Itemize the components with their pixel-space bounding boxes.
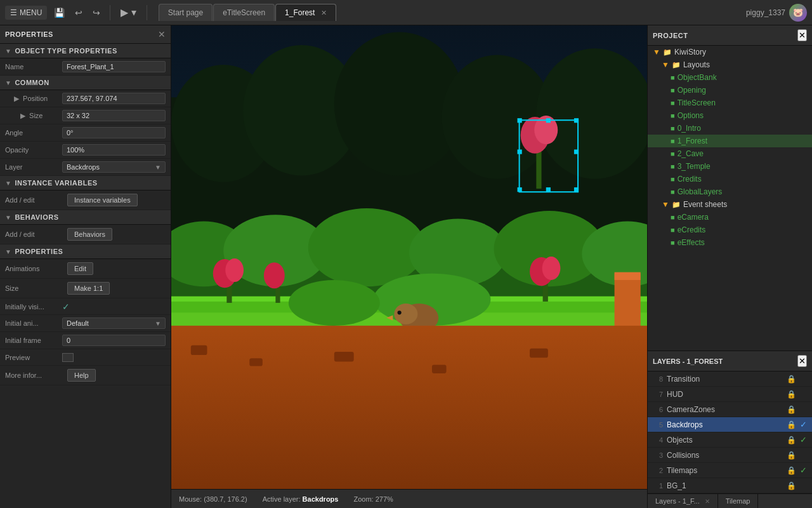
- initial-frame-value[interactable]: 0: [62, 335, 166, 346]
- section-instance-vars[interactable]: ▼ INSTANCE VARIABLES: [0, 176, 171, 190]
- layout-titlescreen[interactable]: ■ TitleScreen: [648, 97, 812, 109]
- svg-point-26: [289, 280, 380, 326]
- layer-visible-check[interactable]: ✓: [800, 450, 807, 460]
- instance-vars-label: INSTANCE VARIABLES: [15, 179, 97, 187]
- initial-ani-dropdown[interactable]: Default ▼: [62, 318, 166, 329]
- tab-etitlescreen[interactable]: eTitleScreen: [213, 4, 275, 21]
- layout-2cave[interactable]: ■ 2_Cave: [648, 147, 812, 160]
- section-common[interactable]: ▼ COMMON: [0, 76, 171, 90]
- layer-name-hud: HUD: [667, 390, 783, 399]
- behaviors-button[interactable]: Behaviors: [67, 228, 112, 241]
- menu-button[interactable]: ☰ MENU: [5, 6, 47, 20]
- bottom-tab-layers-label: Layers - 1_F...: [655, 497, 700, 505]
- opacity-value[interactable]: 100%: [62, 144, 166, 156]
- layout-options[interactable]: ■ Options: [648, 109, 812, 122]
- layer-row-objects[interactable]: 4 Objects 🔒 ✓: [648, 432, 812, 448]
- project-panel-header: PROJECT ✕: [648, 25, 812, 46]
- properties-close-button[interactable]: ✕: [158, 29, 166, 39]
- avatar[interactable]: 🐷: [789, 4, 807, 22]
- project-root[interactable]: ▼ 📁 KiwiStory: [648, 46, 812, 58]
- layer-visible-check[interactable]: ✓: [800, 404, 807, 414]
- layouts-label: Layouts: [683, 60, 710, 69]
- bottom-tab-layers[interactable]: Layers - 1_F... ✕: [648, 494, 718, 508]
- layout-3temple[interactable]: ■ 3_Temple: [648, 160, 812, 173]
- layer-row-transition[interactable]: 8 Transition 🔒 ✓: [648, 371, 812, 387]
- layout-credits[interactable]: ■ Credits: [648, 173, 812, 185]
- eventsheet-file-icon: ■: [671, 213, 675, 221]
- layers-close-button[interactable]: ✕: [797, 355, 807, 367]
- section-object-type[interactable]: ▼ OBJECT TYPE PROPERTIES: [0, 44, 171, 58]
- eventsheets-folder[interactable]: ▼ 📁 Event sheets: [648, 198, 812, 211]
- save-button[interactable]: 💾: [51, 5, 68, 20]
- layer-dropdown[interactable]: Backdrops ▼: [62, 161, 166, 173]
- layout-0intro[interactable]: ■ 0_Intro: [648, 122, 812, 135]
- layout-objectbank[interactable]: ■ ObjectBank: [648, 71, 812, 84]
- layout-globallayers[interactable]: ■ GlobalLayers: [648, 185, 812, 198]
- layer-row-collisions[interactable]: 3 Collisions 🔒 ✓: [648, 448, 812, 463]
- layer-visible-check[interactable]: ✓: [800, 481, 807, 490]
- layout-file-icon: ■: [671, 99, 675, 107]
- tab-close-icon[interactable]: ✕: [321, 9, 327, 17]
- initial-ani-arrow-icon: ▼: [155, 320, 161, 327]
- size-value[interactable]: 32 x 32: [62, 110, 166, 121]
- section-object-type-label: OBJECT TYPE PROPERTIES: [15, 47, 117, 55]
- layout-file-icon: ■: [671, 112, 675, 119]
- layer-visible-check[interactable]: ✓: [800, 465, 807, 475]
- layer-row-hud[interactable]: 7 HUD 🔒 ✓: [648, 387, 812, 402]
- layer-visible-check[interactable]: ✓: [800, 374, 807, 384]
- layer-num: 6: [653, 406, 663, 413]
- layout-file-icon: ■: [671, 137, 675, 145]
- bottom-tab-close-icon[interactable]: ✕: [705, 498, 710, 505]
- redo-button[interactable]: ↪: [89, 5, 103, 20]
- project-section: PROJECT ✕ ▼ 📁 KiwiStory ▼ 📁 Layouts ■ Ob…: [648, 25, 812, 351]
- tabs-area: Start page eTitleScreen 1_Forest ✕: [159, 4, 336, 21]
- layer-num: 5: [653, 421, 663, 429]
- eventsheet-eeffects[interactable]: ■ eEffects: [648, 236, 812, 249]
- layouts-folder-arrow: ▼: [662, 60, 669, 69]
- animations-edit-button[interactable]: Edit: [67, 262, 93, 275]
- layout-file-icon: ■: [671, 163, 675, 170]
- canvas-area[interactable]: Mouse: (380.7, 176.2) Active layer: Back…: [171, 25, 647, 508]
- undo-button[interactable]: ↩: [72, 5, 86, 20]
- name-value[interactable]: Forest_Plant_1: [62, 61, 166, 72]
- layout-1forest[interactable]: ■ 1_Forest: [648, 135, 812, 147]
- tab-startpage[interactable]: Start page: [159, 4, 213, 21]
- bottom-tab-tilemap[interactable]: Tilemap: [718, 494, 759, 508]
- eventsheet-ecredits[interactable]: ■ eCredits: [648, 224, 812, 236]
- layer-name-bg1: BG_1: [667, 481, 783, 490]
- name-label: Name: [5, 63, 62, 70]
- project-close-button[interactable]: ✕: [797, 29, 807, 41]
- position-value[interactable]: 237.567, 97.074: [62, 93, 166, 104]
- layer-row: Layer Backdrops ▼: [0, 159, 171, 176]
- play-button[interactable]: ▶ ▾: [117, 4, 140, 21]
- active-layer-value: Backdrops: [303, 495, 339, 503]
- position-label: ▶ Position: [5, 95, 62, 103]
- section-properties-sub[interactable]: ▼ PROPERTIES: [0, 244, 171, 259]
- svg-rect-39: [432, 365, 447, 373]
- layer-row-tilemaps[interactable]: 2 Tilemaps 🔒 ✓: [648, 463, 812, 478]
- layer-visible-check[interactable]: ✓: [800, 435, 807, 444]
- layer-visible-check[interactable]: ✓: [800, 420, 807, 429]
- layer-name-collisions: Collisions: [667, 451, 783, 460]
- initially-visible-checkbox[interactable]: ✓: [62, 302, 70, 312]
- section-behaviors[interactable]: ▼ BEHAVIORS: [0, 210, 171, 225]
- svg-rect-48: [518, 149, 522, 154]
- layer-row-camerazones[interactable]: 6 CameraZones 🔒 ✓: [648, 402, 812, 417]
- behaviors-add-label: Add / edit: [5, 231, 62, 238]
- size-make-11-button[interactable]: Make 1:1: [67, 282, 110, 295]
- instance-variables-button[interactable]: Instance variables: [67, 194, 138, 206]
- svg-rect-36: [191, 345, 207, 355]
- layout-opening[interactable]: ■ Opening: [648, 84, 812, 97]
- layer-visible-check[interactable]: ✓: [800, 389, 807, 399]
- eventsheet-ecamera[interactable]: ■ eCamera: [648, 211, 812, 224]
- layer-row-backdrops[interactable]: 5 Backdrops 🔒 ✓: [648, 417, 812, 432]
- eventsheets-folder-arrow: ▼: [662, 200, 669, 209]
- svg-point-30: [398, 311, 402, 314]
- help-button[interactable]: Help: [67, 369, 96, 382]
- layer-row-bg1[interactable]: 1 BG_1 🔒 ✓: [648, 478, 812, 493]
- layouts-folder[interactable]: ▼ 📁 Layouts: [648, 58, 812, 71]
- angle-value[interactable]: 0°: [62, 127, 166, 138]
- active-layer-label: Active layer: Backdrops: [263, 495, 339, 503]
- size-row: ▶ Size 32 x 32: [0, 107, 171, 124]
- tab-1forest[interactable]: 1_Forest ✕: [275, 4, 336, 21]
